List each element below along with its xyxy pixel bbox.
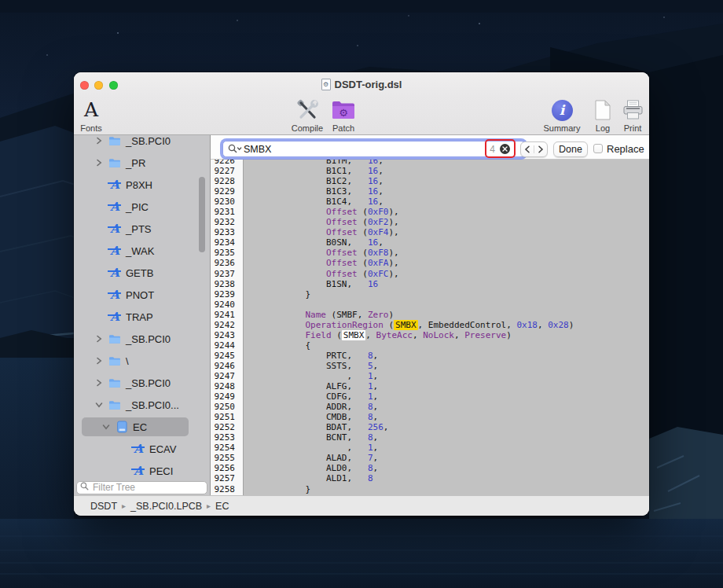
chevron-down-icon[interactable]	[94, 400, 104, 410]
tree-item-pr[interactable]: _PR	[74, 152, 210, 174]
tree-item-pnot[interactable]: APNOT	[74, 284, 210, 306]
tree-item-label: \	[126, 355, 129, 367]
code-line[interactable]: 9232 Offset (0xF2),	[211, 217, 649, 227]
find-input[interactable]	[244, 141, 472, 156]
tree-item-sbpci0[interactable]: _SB.PCI0...	[74, 394, 210, 416]
code-line[interactable]: 9258 }	[211, 484, 649, 494]
tree-item-label: ECAV	[149, 443, 176, 455]
sidebar-tree-pane: _SB.PCI0_PRAP8XHA_PICA_PTSA_WAKAGETBAPNO…	[74, 135, 211, 495]
code-line[interactable]: 9244 {	[211, 340, 649, 351]
code-line[interactable]: 9239 }	[211, 289, 649, 300]
breadcrumb-item[interactable]: EC	[215, 501, 229, 512]
code-line-text: Offset (0xF4),	[239, 227, 649, 237]
code-line[interactable]: 9236 Offset (0xFA),	[211, 258, 649, 268]
printer-button[interactable]: Print	[607, 97, 649, 133]
code-editor-pane[interactable]: 9226 B1TM, 16,9227 B1C1, 16,9228 B1C2, 1…	[211, 135, 649, 495]
chevron-spacer	[94, 312, 104, 322]
tree-item-peci[interactable]: APECI	[74, 460, 210, 482]
code-line-text: PRTC, 8,	[239, 351, 649, 361]
code-line[interactable]: 9229 B1C3, 16,	[211, 186, 649, 197]
done-button[interactable]: Done	[553, 141, 588, 157]
breadcrumb-item[interactable]: DSDT	[90, 501, 117, 512]
line-number: 9244	[211, 340, 239, 351]
code-line[interactable]: 9234 B0SN, 16,	[211, 237, 649, 248]
previous-match-button[interactable]	[521, 145, 534, 153]
tree-item-ec[interactable]: EC	[74, 416, 210, 438]
line-number: 9251	[211, 412, 239, 422]
code-line[interactable]: 9247 , 1,	[211, 371, 649, 381]
code-line[interactable]: 9230 B1C4, 16,	[211, 197, 649, 207]
code-line[interactable]: 9233 Offset (0xF4),	[211, 227, 649, 237]
chevron-right-icon[interactable]	[94, 378, 104, 388]
method-icon: A	[108, 222, 121, 235]
code-line[interactable]: 9250 ADDR, 8,	[211, 402, 649, 412]
folder-icon	[108, 378, 121, 388]
code-line[interactable]: 9231 Offset (0xF0),	[211, 207, 649, 217]
code-text-area[interactable]: 9226 B1TM, 16,9227 B1C1, 16,9228 B1C2, 1…	[211, 135, 649, 495]
tree-item-sbpci0[interactable]: _SB.PCI0	[74, 328, 210, 350]
code-line[interactable]: 9238 B1SN, 16	[211, 279, 649, 289]
chevron-down-icon[interactable]	[101, 422, 111, 432]
code-line-text: Offset (0xFC),	[239, 269, 649, 279]
code-line[interactable]: 9228 B1C2, 16,	[211, 176, 649, 186]
code-line[interactable]: 9257 ALD1, 8	[211, 473, 649, 483]
crossed-tools-icon	[295, 97, 319, 123]
code-line[interactable]: 9241 Name (SMBF, Zero)	[211, 310, 649, 320]
code-line[interactable]: 9245 PRTC, 8,	[211, 351, 649, 361]
sidebar-scrollbar-thumb[interactable]	[199, 177, 205, 252]
code-line-text: ALD0, 8,	[239, 463, 649, 473]
code-line[interactable]: 9254 , 1,	[211, 443, 649, 453]
find-match-other: SMBX	[342, 330, 366, 340]
tree-item-sbpci0[interactable]: _SB.PCI0	[74, 135, 210, 152]
chevron-right-icon[interactable]	[94, 158, 104, 167]
chevron-right-icon[interactable]	[94, 334, 104, 344]
code-line[interactable]: 9255 ALAD, 7,	[211, 453, 649, 463]
code-line[interactable]: 9227 B1C1, 16,	[211, 166, 649, 176]
code-line[interactable]: 9256 ALD0, 8,	[211, 463, 649, 473]
code-line[interactable]: 9246 SSTS, 5,	[211, 361, 649, 371]
code-line[interactable]: 9248 ALFG, 1,	[211, 381, 649, 391]
tree-item-p8xh[interactable]: AP8XH	[74, 174, 210, 196]
breadcrumb-item[interactable]: _SB.PCI0.LPCB	[130, 501, 202, 512]
tree-item-wak[interactable]: A_WAK	[74, 240, 210, 262]
fonts-button[interactable]: A Fonts	[74, 97, 116, 133]
code-line[interactable]: 9243 Field (SMBX, ByteAcc, NoLock, Prese…	[211, 330, 649, 340]
code-line-text: , 1,	[239, 443, 649, 453]
code-line[interactable]: 9235 Offset (0xF8),	[211, 248, 649, 258]
tree-item-pic[interactable]: A_PIC	[74, 196, 210, 218]
code-line[interactable]: 9252 BDAT, 256,	[211, 422, 649, 432]
tree-item-[interactable]: \	[74, 350, 210, 372]
find-field[interactable]: 4	[222, 141, 525, 157]
code-line-text: ALFG, 1,	[239, 381, 649, 391]
code-line-text	[239, 300, 649, 310]
method-icon: A	[110, 267, 119, 279]
code-line[interactable]: 9251 CMDB, 8,	[211, 412, 649, 422]
next-match-button[interactable]	[534, 145, 547, 153]
code-line[interactable]: 9237 Offset (0xFC),	[211, 269, 649, 279]
filter-tree-input[interactable]	[76, 481, 207, 494]
code-line-text: BDAT, 256,	[239, 422, 649, 432]
magnifier-with-menu-icon[interactable]	[228, 144, 243, 154]
title-bar[interactable]: ⚙ DSDT-orig.dsl	[74, 72, 649, 96]
tree-item-pts[interactable]: A_PTS	[74, 218, 210, 240]
chevron-right-icon[interactable]	[94, 356, 104, 366]
method-icon: A	[108, 200, 121, 213]
method-icon: A	[134, 465, 143, 477]
line-number: 9227	[211, 166, 239, 176]
code-line[interactable]: 9249 CDFG, 1,	[211, 391, 649, 402]
code-line-text: Offset (0xFA),	[239, 258, 649, 268]
patch-button[interactable]: ⚙ Patch	[318, 97, 369, 133]
tree-item-sbpci0[interactable]: _SB.PCI0	[74, 372, 210, 394]
tree-item-getb[interactable]: AGETB	[74, 262, 210, 284]
folder-icon	[108, 400, 121, 410]
tree-item-trap[interactable]: ATRAP	[74, 306, 210, 328]
code-line[interactable]: 9253 BCNT, 8,	[211, 432, 649, 443]
code-line-text: B1C3, 16,	[239, 186, 649, 197]
code-line[interactable]: 9240	[211, 300, 649, 310]
tree-item-ecav[interactable]: AECAV	[74, 438, 210, 460]
code-line[interactable]: 9242 OperationRegion (SMBX, EmbeddedCont…	[211, 320, 649, 330]
chevron-right-icon[interactable]	[94, 136, 104, 145]
line-number: 9234	[211, 237, 239, 248]
replace-checkbox[interactable]	[593, 144, 603, 153]
line-number: 9230	[211, 197, 239, 207]
